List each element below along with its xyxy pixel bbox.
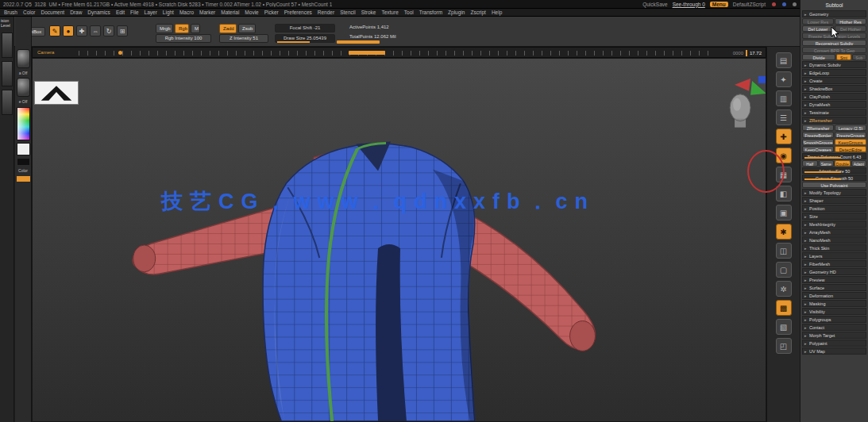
panel-row-label[interactable]: Geometry (809, 11, 866, 17)
edit-icon[interactable]: ✎ (49, 25, 60, 36)
panel-row-label-2[interactable]: Higher Res (835, 18, 866, 25)
color-swatch-current[interactable] (17, 158, 30, 166)
panel-row-label[interactable]: Morph Target (809, 332, 866, 338)
panel-row[interactable]: AdaptiveSize 50 (802, 167, 866, 174)
panel-row[interactable]: Polypaint (802, 340, 866, 347)
panel-row[interactable]: Polygroups (802, 316, 866, 323)
menu-item[interactable]: Color (23, 10, 36, 15)
panel-row-label-2[interactable]: KeepGroups (835, 139, 866, 145)
panel-row[interactable]: ClayPolish (802, 93, 866, 100)
right-tray-icon[interactable]: ▤ (776, 52, 792, 68)
menu-item[interactable]: Brush (4, 10, 17, 15)
mrgb-button[interactable]: Mrgb (156, 24, 173, 33)
panel-row[interactable]: Layers (802, 252, 866, 259)
panel-row-label[interactable]: ClayPolish (809, 94, 866, 99)
panel-row-label-2[interactable]: Same (819, 160, 835, 167)
menu-item[interactable]: Marker (199, 10, 215, 15)
panel-row-label-2[interactable]: FreezeGroups (835, 132, 866, 138)
volume-icon[interactable] (793, 2, 797, 6)
panel-row-label[interactable]: FreezeBorder (802, 132, 834, 138)
panel-row[interactable]: Contact (802, 324, 866, 331)
right-tray-icon[interactable]: ☰ (776, 109, 792, 125)
menu-item[interactable]: Draw (70, 10, 82, 15)
right-tray-icon[interactable]: ▢ (776, 262, 792, 278)
menu-item[interactable]: Macro (179, 10, 194, 15)
panel-row[interactable]: Curves Strength 50 (802, 175, 866, 181)
menu-item[interactable]: Material (221, 10, 239, 15)
menu-toggle[interactable]: Menu (710, 2, 728, 7)
panel-row-label-2[interactable]: Legacy (2.5) (835, 125, 866, 131)
panel-row-label[interactable]: FiberMesh (809, 261, 866, 267)
panel-row-label-3[interactable]: Sub (852, 54, 866, 60)
panel-row-label[interactable]: Position (809, 205, 866, 211)
panel-row-label[interactable]: Thick Skin (809, 245, 866, 251)
right-tray-icon[interactable]: ✲ (776, 281, 792, 297)
panel-row[interactable]: Tessimate (802, 109, 866, 116)
panel-row[interactable]: DynaMesh (802, 101, 866, 108)
panel-row[interactable]: Geometry (802, 10, 866, 17)
panel-row-label[interactable]: Lower Res (802, 18, 834, 25)
draw-size-slider[interactable]: Draw Size 25.05439 (275, 34, 335, 43)
panel-row-label[interactable]: EdgeLoop (809, 70, 866, 75)
right-tray-icon[interactable]: ✚ (776, 129, 792, 144)
panel-row-label[interactable]: ArrayMesh (809, 229, 866, 235)
panel-row-label[interactable]: Divide (802, 54, 835, 60)
panel-row[interactable]: KeepCreases DetectEdge (802, 146, 866, 152)
rotate-icon[interactable]: ↻ (103, 25, 114, 36)
m-button[interactable]: M (191, 24, 200, 33)
menu-item[interactable]: Dynamics (87, 10, 110, 15)
panel-row[interactable]: Divide Smt Sub (802, 54, 866, 60)
panel-row[interactable]: Geometry HD (802, 268, 866, 275)
panel-row-label[interactable]: Curves Strength 50 (803, 175, 866, 180)
right-tray-icon[interactable]: ▥ (776, 90, 792, 106)
panel-row-label[interactable]: Use Polypaint (802, 182, 866, 188)
panel-row-label[interactable]: Visibility (809, 309, 866, 314)
document-canvas[interactable]: 技艺CG，www．qdnxxfb．cn (32, 58, 766, 422)
panel-row-label[interactable]: NanoMesh (809, 237, 866, 243)
panel-row-label[interactable]: KeepCreases (802, 146, 834, 152)
panel-row-label[interactable]: Modify Topology (809, 190, 866, 195)
panel-row-label[interactable]: Contact (809, 324, 866, 330)
panel-row-label[interactable]: Polypaint (809, 340, 866, 346)
zadd-button[interactable]: Zadd (219, 24, 237, 33)
panel-row[interactable]: Morph Target (802, 332, 866, 339)
subtool-preview-button[interactable] (34, 81, 79, 105)
panel-row[interactable]: Visibility (802, 308, 866, 315)
right-tray-icon[interactable]: ◧ (776, 186, 792, 201)
panel-row[interactable]: ShadowBox (802, 85, 866, 92)
panel-row[interactable]: Modify Topology (802, 189, 866, 196)
panel-row[interactable]: Target Polygons Count 6.43 (802, 153, 866, 159)
right-tray-icon[interactable]: ▦ (776, 167, 792, 182)
panel-row[interactable]: Convert BPR To Geo (802, 47, 866, 53)
panel-row[interactable]: ZRemesher Legacy (2.5) (802, 125, 866, 131)
panel-row[interactable]: SmoothGroups KeepGroups (802, 139, 866, 145)
panel-row-label[interactable]: Convert BPR To Geo (802, 47, 866, 53)
panel-row[interactable]: NanoMesh (802, 236, 866, 244)
panel-row-label[interactable]: ZRemesher (809, 117, 866, 123)
right-tray-icon[interactable]: ◰ (776, 338, 792, 354)
see-through-slider[interactable]: See-through 0 (673, 2, 705, 7)
panel-row-label[interactable]: UV Map (809, 348, 866, 354)
sculpt-icon[interactable]: ⊞ (117, 25, 128, 36)
color-picker-gradient[interactable] (17, 107, 30, 140)
brush-thumbnail[interactable] (2, 90, 13, 115)
menu-item[interactable]: Picker (264, 10, 279, 15)
panel-row-label-2[interactable]: DetectEdge (835, 146, 866, 152)
material-thumbnail[interactable] (17, 78, 30, 97)
menu-item[interactable]: Zscript (470, 10, 486, 15)
panel-row-label[interactable]: ZRemesher (802, 125, 834, 131)
menu-item[interactable]: Light (163, 10, 174, 15)
panel-row-label[interactable]: Half (802, 160, 818, 167)
panel-row-label[interactable]: ShadowBox (809, 86, 866, 91)
timeline-ticks[interactable] (79, 51, 710, 56)
panel-row[interactable]: Lower Res Higher Res (802, 18, 866, 25)
panel-row-label[interactable]: MeshIntegrity (809, 221, 866, 227)
panel-row-label[interactable]: Surface (809, 285, 866, 290)
panel-row[interactable]: Thick Skin (802, 244, 866, 251)
menu-item[interactable]: Document (41, 10, 65, 15)
panel-row[interactable]: Size (802, 213, 866, 220)
default-zscript-button[interactable]: DefaultZScript (733, 2, 766, 7)
panel-row[interactable]: Position (802, 205, 866, 212)
brush-thumbnail[interactable] (2, 61, 13, 86)
heart-icon[interactable] (772, 2, 776, 6)
